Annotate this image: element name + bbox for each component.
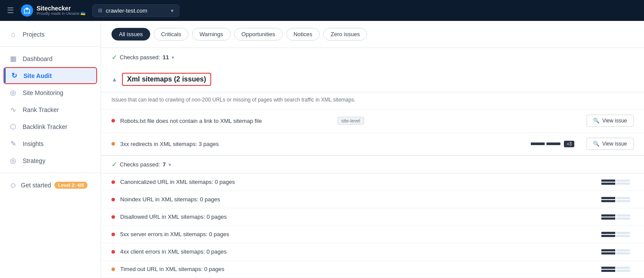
domain-arrow: ▾ bbox=[171, 7, 174, 14]
strategy-icon: ◎ bbox=[9, 156, 17, 165]
bars-noindex bbox=[601, 197, 630, 202]
logo-icon bbox=[21, 4, 33, 17]
domain-selector[interactable]: ⊞ crawler-test.com ▾ bbox=[92, 4, 179, 17]
logo: Sitechecker Proudly made in Ukraine 🇺🇦 bbox=[21, 4, 85, 17]
plus-badge: +3 bbox=[564, 141, 574, 147]
issue-row-4xx: 4xx client errors in XML sitemaps: 0 pag… bbox=[101, 243, 644, 261]
checks-icon-top: ✓ bbox=[111, 53, 117, 61]
svg-point-0 bbox=[26, 8, 28, 10]
text-noindex: Noindex URL in XML sitemaps: 0 pages bbox=[120, 196, 356, 203]
navbar: ☰ Sitechecker Proudly made in Ukraine 🇺🇦… bbox=[0, 0, 644, 21]
sidebar-item-dashboard[interactable]: ▦ Dashboard bbox=[0, 50, 101, 67]
section-header: ▲ Xml sitemaps (2 issues) bbox=[101, 67, 644, 92]
domain-name: crawler-test.com bbox=[106, 7, 147, 14]
severity-dot-red bbox=[111, 119, 115, 122]
section-title: Xml sitemaps (2 issues) bbox=[122, 73, 211, 86]
issue-text-robots: Robots.txt file does not contain a link … bbox=[120, 118, 332, 124]
issue-row-canonicalized: Canonicalized URL in XML sitemaps: 0 pag… bbox=[101, 173, 644, 191]
text-4xx: 4xx client errors in XML sitemaps: 0 pag… bbox=[120, 248, 356, 255]
dot-noindex bbox=[111, 198, 115, 201]
view-issue-btn-3xx[interactable]: 🔍 View issue bbox=[587, 138, 634, 150]
bar-1 bbox=[531, 142, 545, 145]
bars-5xx bbox=[601, 232, 630, 237]
issue-row-5xx: 5xx server errors in XML sitemaps: 0 pag… bbox=[101, 226, 644, 243]
checks-passed-secondary[interactable]: ✓ Checks passed: 7 ▾ bbox=[101, 156, 644, 173]
bars-disallowed bbox=[601, 214, 630, 220]
monitoring-icon: ◎ bbox=[9, 88, 17, 97]
zero-issues-list: Canonicalized URL in XML sitemaps: 0 pag… bbox=[101, 173, 644, 278]
sidebar-item-backlink-tracker[interactable]: ⬡ Backlink Tracker bbox=[0, 118, 101, 135]
backlink-icon: ⬡ bbox=[9, 122, 17, 131]
sidebar-item-site-monitoring[interactable]: ◎ Site Monitoring bbox=[0, 84, 101, 101]
site-level-badge: site-level bbox=[337, 117, 364, 125]
filter-warnings[interactable]: Warnings bbox=[192, 28, 230, 41]
severity-dot-orange bbox=[111, 142, 115, 146]
issue-row-noindex: Noindex URL in XML sitemaps: 0 pages bbox=[101, 191, 644, 208]
level-badge: Level 2: 4/8 bbox=[54, 182, 87, 189]
dot-4xx bbox=[111, 250, 115, 254]
bars-4xx bbox=[601, 249, 630, 254]
sidebar-divider-2 bbox=[0, 173, 101, 173]
filter-notices[interactable]: Notices bbox=[286, 28, 320, 41]
checks-passed-top[interactable]: ✓ Checks passed: 11 ▾ bbox=[101, 48, 644, 67]
view-issue-btn-robots[interactable]: 🔍 View issue bbox=[587, 115, 634, 127]
main-content: All issues Criticals Warnings Opportunit… bbox=[101, 21, 644, 278]
dot-5xx bbox=[111, 233, 115, 236]
filter-opportunities[interactable]: Opportunities bbox=[234, 28, 283, 41]
logo-text: Sitechecker Proudly made in Ukraine 🇺🇦 bbox=[37, 5, 85, 16]
section-chevron[interactable]: ▲ bbox=[111, 76, 118, 83]
sidebar-label-site-monitoring: Site Monitoring bbox=[23, 89, 63, 96]
dashboard-icon: ▦ bbox=[9, 54, 17, 63]
issue-row-3xx: 3xx redirects in XML sitemaps: 3 pages +… bbox=[101, 132, 644, 156]
filter-bar: All issues Criticals Warnings Opportunit… bbox=[101, 21, 644, 48]
sidebar-label-insights: Insights bbox=[23, 140, 44, 147]
sidebar-item-insights[interactable]: ✎ Insights bbox=[0, 135, 101, 152]
hamburger-icon[interactable]: ☰ bbox=[7, 6, 14, 15]
sidebar-label-strategy: Strategy bbox=[23, 157, 45, 164]
view-icon: 🔍 bbox=[593, 118, 600, 124]
logo-name: Sitechecker bbox=[37, 5, 85, 11]
dot-timed-out bbox=[111, 268, 115, 271]
bars-canonicalized bbox=[601, 180, 630, 185]
checks-passed-label-top: Checks passed: bbox=[120, 54, 160, 61]
text-5xx: 5xx server errors in XML sitemaps: 0 pag… bbox=[120, 231, 356, 237]
issue-row-robots-txt: Robots.txt file does not contain a link … bbox=[101, 109, 644, 132]
get-started-icon: ◇ bbox=[9, 181, 17, 189]
dot-disallowed bbox=[111, 215, 115, 219]
issue-text-3xx: 3xx redirects in XML sitemaps: 3 pages bbox=[120, 141, 344, 147]
text-timed-out: Timed out URL in XML sitemaps: 0 pages bbox=[120, 266, 356, 272]
sidebar-item-get-started[interactable]: ◇ Get started Level 2: 4/8 bbox=[0, 176, 101, 193]
main-layout: ⌂ Projects ▦ Dashboard ↻ Site Audit ◎ Si… bbox=[0, 21, 644, 278]
sidebar-item-site-audit[interactable]: ↻ Site Audit bbox=[3, 67, 97, 84]
bar-2 bbox=[546, 142, 560, 145]
home-icon: ⌂ bbox=[9, 31, 17, 38]
issue-row-disallowed: Disallowed URL in XML sitemaps: 0 pages bbox=[101, 208, 644, 226]
checks-icon-secondary: ✓ bbox=[111, 160, 117, 169]
sidebar-label-dashboard: Dashboard bbox=[23, 55, 53, 62]
logo-sub: Proudly made in Ukraine 🇺🇦 bbox=[37, 11, 85, 16]
sidebar-label-projects: Projects bbox=[23, 31, 45, 38]
filter-zero-issues[interactable]: Zero issues bbox=[323, 28, 367, 41]
sidebar-item-projects[interactable]: ⌂ Projects bbox=[0, 26, 101, 43]
rank-icon: ∿ bbox=[9, 105, 17, 114]
get-started-label: Get started bbox=[21, 182, 51, 189]
sidebar-label-rank-tracker: Rank Tracker bbox=[23, 106, 59, 113]
sidebar-item-rank-tracker[interactable]: ∿ Rank Tracker bbox=[0, 101, 101, 118]
domain-icon: ⊞ bbox=[98, 7, 102, 14]
checks-count-secondary: 7 bbox=[163, 161, 166, 168]
sidebar-item-strategy[interactable]: ◎ Strategy bbox=[0, 152, 101, 169]
bars-timed-out bbox=[601, 267, 630, 272]
filter-criticals[interactable]: Criticals bbox=[154, 28, 189, 41]
checks-arrow-secondary: ▾ bbox=[169, 162, 171, 168]
checks-count-top: 11 bbox=[163, 54, 169, 61]
dot-canonicalized bbox=[111, 180, 115, 184]
insights-icon: ✎ bbox=[9, 139, 17, 148]
checks-label-secondary: Checks passed: bbox=[120, 161, 160, 168]
sidebar-label-backlink-tracker: Backlink Tracker bbox=[23, 123, 67, 130]
issue-row-timed-out: Timed out URL in XML sitemaps: 0 pages bbox=[101, 261, 644, 278]
filter-all-issues[interactable]: All issues bbox=[111, 28, 150, 41]
checks-arrow-top: ▾ bbox=[172, 54, 174, 61]
text-canonicalized: Canonicalized URL in XML sitemaps: 0 pag… bbox=[120, 179, 356, 185]
sidebar-divider-1 bbox=[0, 46, 101, 47]
text-disallowed: Disallowed URL in XML sitemaps: 0 pages bbox=[120, 214, 356, 220]
